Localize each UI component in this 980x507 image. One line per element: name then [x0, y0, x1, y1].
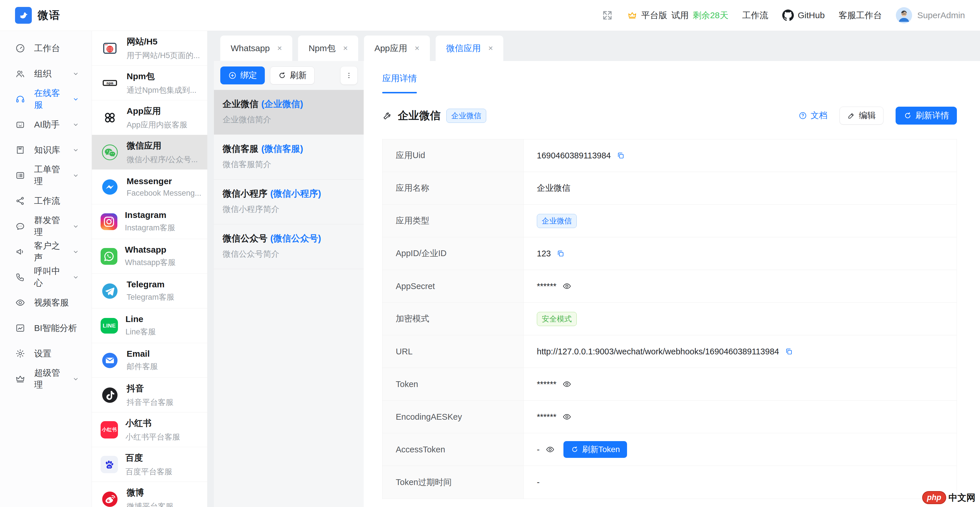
app-item-name: 微信客服: [223, 144, 258, 154]
doc-link[interactable]: 文档: [799, 110, 827, 121]
sidebar-item-super-admin[interactable]: 超级管理: [0, 366, 92, 392]
line-icon: LINE: [100, 318, 118, 334]
channel-name: Whatsapp: [125, 245, 176, 255]
app-item-wechat-work[interactable]: 企业微信(企业微信)企业微信简介: [214, 90, 364, 135]
channel-item-whatsapp[interactable]: WhatsappWhatsapp客服: [92, 239, 207, 274]
sidebar-item-label: BI智能分析: [34, 322, 77, 334]
bind-button[interactable]: 绑定: [220, 67, 265, 84]
app-item-wechat-kefu[interactable]: 微信客服(微信客服)微信客服简介: [214, 135, 364, 180]
baidu-icon: du: [100, 456, 118, 473]
channel-desc: Telegram客服: [127, 292, 174, 302]
plan-badge[interactable]: 平台版 试用 剩余28天: [627, 10, 728, 21]
avatar: [896, 7, 912, 24]
channel-item-npm[interactable]: npmNpm包通过Npm包集成到...: [92, 66, 207, 100]
crown-icon: [627, 10, 637, 20]
channel-item-douyin[interactable]: 抖音抖音平台客服: [92, 378, 207, 412]
detail-panel: 应用详情 企业微信 企业微信 文档 编辑: [364, 61, 980, 507]
topbar-workflow-link[interactable]: 工作流: [742, 10, 768, 21]
channel-item-email[interactable]: Email邮件客服: [92, 343, 207, 378]
channel-item-weibo[interactable]: 微博微博平台客服: [92, 482, 207, 507]
eye-icon[interactable]: [546, 445, 555, 454]
refresh-icon: [571, 445, 579, 453]
sidebar-item-broadcast[interactable]: 群发管理: [0, 214, 92, 239]
copy-icon[interactable]: [617, 151, 625, 160]
tab-whatsapp[interactable]: Whatsapp×: [220, 35, 292, 61]
channel-item-text: Email邮件客服: [127, 349, 158, 372]
sidebar-item-dashboard[interactable]: 工作台: [0, 35, 92, 61]
detail-tab[interactable]: 应用详情: [382, 73, 417, 93]
sidebar-item-settings[interactable]: 设置: [0, 341, 92, 366]
sidebar-item-workflow[interactable]: 工作流: [0, 188, 92, 214]
sidebar-item-video-service[interactable]: 视频客服: [0, 290, 92, 315]
edit-button[interactable]: 编辑: [840, 106, 883, 125]
agent-workbench-link[interactable]: 客服工作台: [838, 10, 882, 21]
refresh-detail-button[interactable]: 刷新详情: [896, 106, 957, 125]
eye-icon[interactable]: [562, 412, 571, 421]
refresh-token-button[interactable]: 刷新Token: [563, 441, 627, 458]
user-menu[interactable]: SuperAdmin: [896, 7, 965, 24]
douyin-icon: [100, 386, 119, 404]
close-icon[interactable]: ×: [415, 44, 420, 52]
channel-item-text: MessengerFacebook Messeng...: [127, 176, 201, 198]
detail-row-uid: 应用Uid1690460389113984: [382, 139, 956, 172]
detail-row-label: 应用Uid: [382, 139, 523, 172]
github-link[interactable]: GitHub: [782, 10, 825, 21]
gauge-icon: [15, 43, 25, 54]
channel-item-baidu[interactable]: du百度百度平台客服: [92, 447, 207, 482]
more-actions-button[interactable]: [340, 67, 357, 84]
email-icon: [100, 351, 119, 370]
refresh-button[interactable]: 刷新: [270, 67, 315, 84]
fullscreen-icon[interactable]: [601, 9, 613, 21]
sidebar-item-org[interactable]: 组织: [0, 61, 92, 86]
channel-item-xiaohongshu[interactable]: 小红书小红书小红书平台客服: [92, 412, 207, 447]
megaphone-icon: [15, 246, 25, 257]
detail-tab-label: 应用详情: [382, 73, 417, 84]
channel-name: 小红书: [126, 417, 180, 429]
channel-item-text: 微博微博平台客服: [127, 487, 173, 507]
sidebar-item-ticket-management[interactable]: 工单管理: [0, 163, 92, 188]
channel-item-web[interactable]: 网站/H5用于网站/H5页面的...: [92, 31, 207, 66]
detail-title: 企业微信: [398, 108, 441, 123]
channel-name: Instagram: [125, 210, 175, 220]
app-item-wechat-official[interactable]: 微信公众号(微信公众号)微信公众号简介: [214, 224, 364, 269]
channel-name: 微信应用: [127, 140, 198, 152]
channel-item-line[interactable]: LINELineLine客服: [92, 308, 207, 343]
sidebar-item-online-service[interactable]: 在线客服: [0, 86, 92, 112]
question-circle-icon: [799, 111, 807, 120]
crown-icon: [15, 374, 25, 384]
close-icon[interactable]: ×: [488, 44, 493, 52]
book-icon: [15, 145, 25, 155]
copy-icon[interactable]: [557, 250, 565, 257]
app-item-wechat-miniprogram[interactable]: 微信小程序(微信小程序)微信小程序简介: [214, 180, 364, 224]
sidebar-item-bi-analytics[interactable]: BI智能分析: [0, 315, 92, 341]
channel-item-app[interactable]: App应用App应用内嵌客服: [92, 100, 207, 135]
chevron-down-icon: [72, 121, 80, 128]
chevron-down-icon: [72, 70, 80, 78]
channel-item-instagram[interactable]: InstagramInstagram客服: [92, 204, 207, 239]
svg-text:du: du: [108, 466, 111, 468]
close-icon[interactable]: ×: [343, 44, 348, 52]
copy-icon[interactable]: [785, 347, 793, 356]
chevron-down-icon: [72, 223, 80, 230]
channel-item-messenger[interactable]: MessengerFacebook Messeng...: [92, 170, 207, 204]
detail-value-text: 1690460389113984: [537, 151, 611, 161]
wechat-icon: [100, 143, 119, 162]
detail-row-name: 应用名称企业微信: [382, 172, 956, 205]
close-icon[interactable]: ×: [277, 44, 282, 52]
sidebar-item-call-center[interactable]: 呼叫中心: [0, 264, 92, 290]
plan-name: 平台版: [641, 10, 667, 21]
sidebar-item-knowledge-base[interactable]: 知识库: [0, 137, 92, 163]
channel-item-wechat[interactable]: 微信应用微信小程序/公众号...: [92, 135, 207, 170]
channel-item-text: Npm包通过Npm包集成到...: [127, 70, 197, 95]
sidebar-item-ai-assistant[interactable]: AI助手: [0, 112, 92, 137]
detail-row-value: 123: [523, 237, 956, 270]
eye-icon[interactable]: [562, 380, 571, 389]
channel-item-telegram[interactable]: TelegramTelegram客服: [92, 274, 207, 308]
tab-wechat[interactable]: 微信应用×: [436, 35, 503, 61]
sidebar-item-voice-of-customer[interactable]: 客户之声: [0, 239, 92, 264]
tab-npm[interactable]: Npm包×: [298, 35, 358, 61]
tab-app[interactable]: App应用×: [364, 35, 430, 61]
app-logo[interactable]: [15, 7, 32, 24]
channel-name: Messenger: [127, 176, 201, 186]
eye-icon[interactable]: [562, 281, 571, 291]
